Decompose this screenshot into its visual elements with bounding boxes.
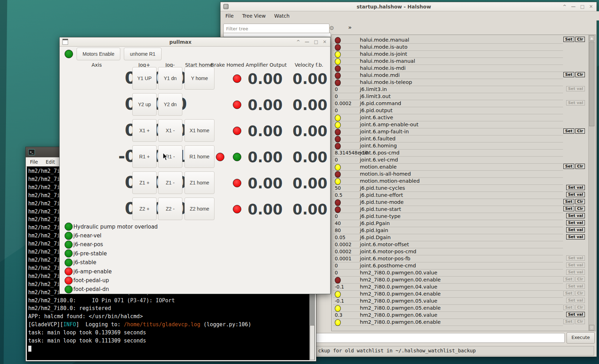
pin-name: j6.pid.tune-type xyxy=(360,213,401,219)
watch-row: 0joint.6.vel-cmd xyxy=(332,157,595,164)
maximize-icon[interactable]: □ xyxy=(580,4,585,9)
set-val-button[interactable]: Set val xyxy=(566,220,585,225)
pin-led-on xyxy=(335,58,341,65)
set-button[interactable]: Set xyxy=(563,128,574,134)
halshow-titlebar[interactable]: startup.halshow - Halshow ^ — □ ✕ xyxy=(220,2,597,11)
watch-row: 8.314548e-10joint.6.pos-cmd xyxy=(332,150,595,157)
terminal-scroll-thumb[interactable] xyxy=(310,325,315,360)
jog-plus-button[interactable]: Z2 + xyxy=(132,198,157,220)
jog-minus-button[interactable]: Y2 dn xyxy=(158,93,182,116)
scroll-up-icon[interactable]: ▲ xyxy=(589,35,594,41)
watch-canvas: halui.mode.manualSetClrhalui.mode.is-aut… xyxy=(331,35,596,331)
pin-led-off xyxy=(335,143,341,150)
menu-file[interactable]: File xyxy=(30,159,38,165)
shade-icon[interactable]: ^ xyxy=(563,4,567,9)
set-button[interactable]: Set xyxy=(563,72,574,77)
set-button[interactable]: Set xyxy=(563,164,574,169)
home-button[interactable]: Y home xyxy=(184,67,214,90)
amplifier-output-value: 0.00 xyxy=(248,149,283,165)
pin-name: joint.6.homing xyxy=(360,143,397,148)
execute-button[interactable]: Execute xyxy=(567,332,595,344)
watch-row: 0j6.limit3.inSet val xyxy=(332,86,595,93)
jog-plus-button[interactable]: Y2 up xyxy=(132,93,157,116)
mouse-cursor xyxy=(163,152,169,162)
pin-buttons: SetClr xyxy=(565,199,585,204)
set-val-button[interactable]: Set val xyxy=(566,185,585,190)
close-icon[interactable]: ✕ xyxy=(589,4,593,9)
halcmd-entry[interactable] xyxy=(311,333,565,343)
pin-value: 0.0001 xyxy=(335,256,351,261)
set-val-button[interactable]: Set val xyxy=(566,227,585,232)
jog-plus-button[interactable]: Y1 UP xyxy=(132,67,157,90)
row-separator xyxy=(333,326,563,326)
menu-watch[interactable]: Watch xyxy=(274,13,290,19)
set-val-button[interactable]: Set val xyxy=(566,312,585,317)
homed-led xyxy=(233,101,241,109)
clr-button[interactable]: Clr xyxy=(575,164,585,169)
pin-value: 0 xyxy=(335,86,338,92)
pin-name: j6.limit3.in xyxy=(360,86,387,92)
maximize-icon[interactable]: □ xyxy=(314,39,318,44)
motors-enable-led xyxy=(65,50,73,58)
watch-scrollbar[interactable]: ▲ ▽ xyxy=(588,35,595,331)
pin-name: j6.pid.output xyxy=(360,108,393,113)
menu-file[interactable]: File xyxy=(225,13,234,19)
minimize-icon[interactable]: — xyxy=(571,4,576,9)
pin-name: j6.pid.Pgain xyxy=(360,220,390,226)
set-button: Set xyxy=(563,305,574,310)
overflow-chevron-icon[interactable]: » xyxy=(348,24,352,31)
home-button[interactable]: R1 home xyxy=(184,145,214,168)
pin-led-off xyxy=(335,65,341,72)
clr-button[interactable]: Clr xyxy=(575,37,585,42)
jog-plus-button[interactable]: Z1 + xyxy=(132,171,157,194)
minimize-icon[interactable]: — xyxy=(305,39,309,44)
set-button: Set xyxy=(563,319,574,324)
clr-button[interactable]: Clr xyxy=(575,206,585,211)
jog-minus-button[interactable]: Z2 - xyxy=(158,198,182,220)
motors-enable-button[interactable]: Motors Enable xyxy=(77,48,120,60)
status-led-label: j6-near-pos xyxy=(73,241,103,248)
halshow-menubar: File Tree View Watch xyxy=(220,11,599,20)
set-val-button[interactable]: Set val xyxy=(566,192,585,197)
home-button[interactable]: X1 home xyxy=(184,119,214,142)
homed-led xyxy=(233,153,241,161)
unhome-r1-button[interactable]: unhome R1 xyxy=(124,48,161,60)
pin-value: 0.0002 xyxy=(335,242,351,247)
jog-minus-button[interactable]: Z1 - xyxy=(158,171,182,194)
shade-icon[interactable]: ^ xyxy=(296,39,300,44)
watch-row: hm2_7i80.0.pwmgen.04.enableSetClr xyxy=(332,291,595,298)
set-val-button[interactable]: Set val xyxy=(566,234,585,239)
jog-plus-button[interactable]: R1 + xyxy=(132,145,157,168)
status-led-item: foot-pedal-up xyxy=(65,276,158,285)
jog-plus-button[interactable]: X1 + xyxy=(132,119,157,142)
clr-button[interactable]: Clr xyxy=(575,72,585,77)
desktop-screen: startup.halshow - Halshow ^ — □ ✕ File T… xyxy=(0,0,599,364)
close-icon[interactable]: ✕ xyxy=(323,39,327,44)
set-button[interactable]: Set xyxy=(563,199,574,204)
scroll-down-icon[interactable]: ▽ xyxy=(589,325,594,330)
clr-button[interactable]: Clr xyxy=(575,199,585,204)
pin-led-off xyxy=(335,206,341,213)
gear-icon[interactable]: ⚙ xyxy=(329,25,334,31)
pullmax-titlebar[interactable]: pullmax ^ — □ ✕ xyxy=(60,37,330,47)
pin-name: halui.mode.is-auto xyxy=(360,44,407,50)
set-button[interactable]: Set xyxy=(563,37,574,42)
menu-edit[interactable]: Edit xyxy=(46,159,55,165)
scrollbar-thumb[interactable] xyxy=(589,42,594,126)
menu-tree-view[interactable]: Tree View xyxy=(242,13,266,19)
set-button[interactable]: Set xyxy=(563,206,574,211)
home-button[interactable]: Z1 home xyxy=(184,171,214,194)
home-button[interactable]: Z2 home xyxy=(184,198,214,220)
amplifier-output-value: 0.00 xyxy=(248,201,283,218)
jog-minus-button[interactable]: Y1 dn xyxy=(158,67,182,90)
jog-minus-button[interactable]: R1 - xyxy=(158,145,182,168)
pin-name: joint.6.motor-pos-fb xyxy=(360,256,410,261)
velocity-fb-value: 0.00 xyxy=(292,123,327,139)
watch-row: hm2_7i80.0.pwmgen.06.enableSetClr xyxy=(332,319,595,326)
homed-led xyxy=(233,74,241,83)
set-val-button[interactable]: Set val xyxy=(566,213,585,218)
pin-value: 0.3 xyxy=(335,312,342,318)
clr-button[interactable]: Clr xyxy=(575,128,585,134)
jog-minus-button[interactable]: X1 - xyxy=(158,119,182,142)
pin-name: halui.mode.mdi xyxy=(360,72,400,78)
